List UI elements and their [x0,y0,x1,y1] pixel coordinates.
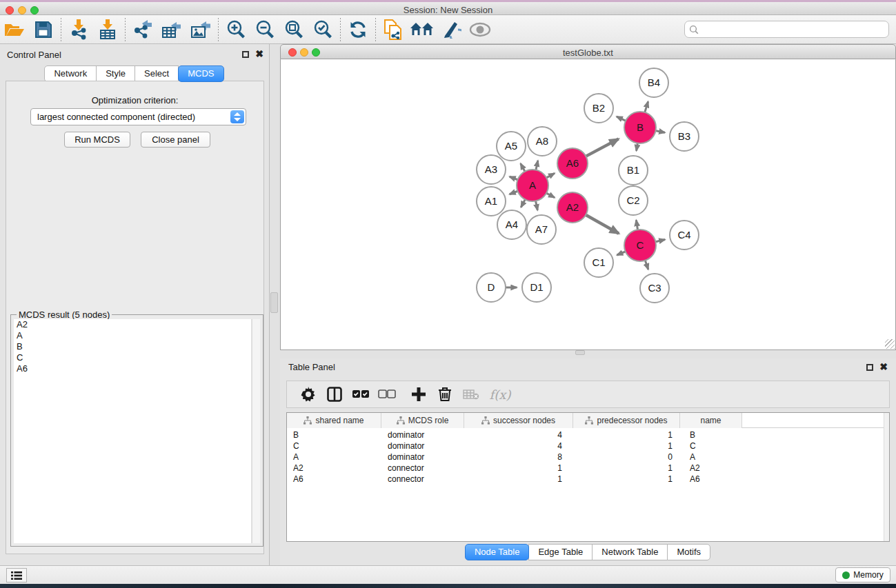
splitter-grabber[interactable] [575,350,585,355]
horizontal-splitter[interactable] [280,350,896,358]
tab-node-table[interactable]: Node Table [465,544,530,560]
node-B1[interactable]: B1 [619,156,648,185]
node-C3[interactable]: C3 [640,274,669,303]
export-network-button[interactable] [128,17,157,43]
node-A6[interactable]: A6 [557,148,588,179]
edge-A6-B[interactable] [585,139,619,157]
select-all-button[interactable] [348,383,374,406]
export-table-button[interactable] [157,17,186,43]
table-scrollbar[interactable] [884,413,889,541]
vertical-splitter[interactable] [270,44,280,565]
table-row-a6[interactable]: A6connector11A6 [287,474,884,485]
tab-select[interactable]: Select [135,65,179,82]
node-C4[interactable]: C4 [670,221,699,250]
memory-button[interactable]: Memory [835,567,890,582]
show-column-button[interactable] [321,383,348,406]
tab-edge-table[interactable]: Edge Table [528,544,593,560]
node-D[interactable]: D [477,273,506,302]
column-header-shared-name[interactable]: shared name [287,413,381,428]
task-history-button[interactable] [6,568,27,582]
table-cell: A2 [680,463,742,474]
node-C1[interactable]: C1 [584,248,613,277]
zoom-in-button[interactable] [221,17,250,43]
table-row-a[interactable]: Adominator80A [287,452,884,463]
import-network-button[interactable] [64,17,93,43]
network-window-titlebar[interactable]: testGlobe.txt [280,44,896,59]
table-row-c[interactable]: Cdominator41C [287,440,884,452]
splitter-grabber[interactable] [270,292,278,313]
open-session-button[interactable] [0,17,29,43]
mcds-result-item-c[interactable]: C [14,352,251,363]
node-label-B3: B3 [678,130,690,142]
zoom-out-icon [255,19,275,40]
refresh-button[interactable] [344,17,372,43]
float-panel-icon[interactable] [242,51,249,58]
close-panel-button[interactable]: Close panel [141,132,210,148]
show-hide-button[interactable] [466,17,495,43]
node-B4[interactable]: B4 [639,68,668,97]
node-label-A1: A1 [485,195,497,207]
deselect-all-button[interactable] [374,383,400,406]
node-B3[interactable]: B3 [670,122,699,151]
node-label-A5: A5 [505,140,517,152]
create-column-button[interactable] [406,383,432,406]
node-A7[interactable]: A7 [527,215,556,244]
mcds-result-item-a[interactable]: A [14,330,251,341]
node-B2[interactable]: B2 [584,94,613,123]
close-table-panel-icon[interactable]: ✖ [879,361,888,373]
copy-network-button[interactable] [379,17,408,43]
close-panel-icon[interactable]: ✖ [255,48,263,60]
column-header-successor-nodes[interactable]: successor nodes [464,413,573,428]
node-D1[interactable]: D1 [522,273,551,302]
home-button[interactable] [408,17,437,43]
table-cell: C [287,440,381,452]
run-mcds-button[interactable]: Run MCDS [64,132,130,148]
window-resize-handle[interactable] [885,339,895,349]
result-list-scrollbar[interactable] [252,319,260,543]
table-settings-button[interactable] [295,383,321,406]
node-A3[interactable]: A3 [477,155,506,184]
search-field[interactable] [684,21,889,38]
column-header-MCDS-role[interactable]: MCDS role [381,413,464,428]
column-type-icon [481,416,490,425]
column-header-predecessor-nodes[interactable]: predecessor nodes [573,413,680,428]
search-input[interactable] [699,23,888,37]
export-image-button[interactable] [186,17,215,43]
network-canvas[interactable]: B4B2BB3A5A8A6A3B1AA1C2A2A4A7C4CC1DD1C3 [280,59,896,350]
zoom-out-button[interactable] [250,17,279,43]
node-C[interactable]: C [624,230,656,261]
mcds-result-item-a2[interactable]: A2 [14,319,251,330]
tab-motifs[interactable]: Motifs [667,544,710,560]
node-A[interactable]: A [517,170,548,201]
delete-table-button[interactable] [458,383,484,406]
zoom-selected-button[interactable] [308,17,337,43]
tab-network[interactable]: Network [44,65,97,82]
float-table-panel-icon[interactable] [866,364,873,371]
column-header-name[interactable]: name [680,413,742,428]
save-session-button[interactable] [29,17,58,43]
node-B[interactable]: B [624,112,656,143]
table-row-a2[interactable]: A2connector11A2 [287,463,884,474]
mcds-result-item-a6[interactable]: A6 [14,363,251,374]
mcds-result-item-b[interactable]: B [14,341,251,352]
tab-mcds[interactable]: MCDS [178,65,223,82]
function-builder-button[interactable]: f(x) [484,383,516,406]
node-A8[interactable]: A8 [528,127,557,156]
vizmapper-button[interactable] [437,17,466,43]
node-label-C2: C2 [626,194,639,206]
delete-column-button[interactable] [432,383,458,406]
zoom-fit-button[interactable] [279,17,308,43]
node-A2[interactable]: A2 [557,192,588,223]
node-A5[interactable]: A5 [497,132,526,161]
node-C2[interactable]: C2 [619,186,648,215]
import-table-button[interactable] [93,17,122,43]
tab-style[interactable]: Style [96,65,135,82]
node-A4[interactable]: A4 [497,210,526,239]
criterion-select[interactable]: largest connected component (directed) [30,108,246,125]
plus-icon [412,387,426,401]
desktop-background [0,584,896,588]
tab-network-table[interactable]: Network Table [592,544,668,560]
table-row-b[interactable]: Bdominator41B [287,429,884,440]
edge-A2-C[interactable] [584,214,619,234]
node-A1[interactable]: A1 [477,187,506,216]
